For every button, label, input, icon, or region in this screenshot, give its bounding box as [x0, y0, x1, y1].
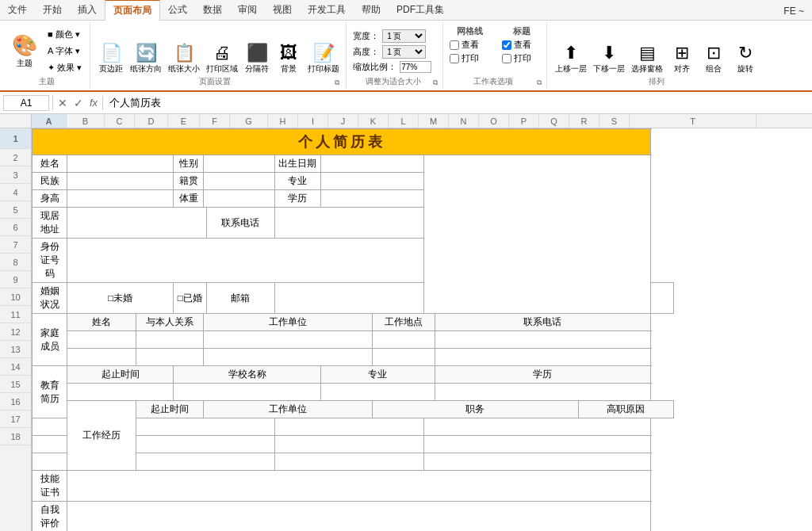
cell-edu-time-header[interactable]: 起止时间 — [67, 366, 174, 384]
cell-phone-value[interactable] — [274, 208, 423, 239]
print-area-button[interactable]: 🖨 打印区域 — [205, 41, 239, 76]
cell-family-relation-header[interactable]: 与本人关系 — [136, 314, 203, 331]
gridlines-view-checkbox[interactable] — [450, 40, 459, 50]
print-title-button[interactable]: 📝 打印标题 — [306, 41, 341, 76]
cell-education-label[interactable]: 学历 — [274, 190, 320, 208]
paper-size-button[interactable]: 📋 纸张大小 — [167, 41, 201, 76]
cell-weight-label[interactable]: 体重 — [174, 190, 204, 208]
cell-family-workplace-1[interactable] — [204, 331, 372, 349]
cell-edu-major-1[interactable] — [320, 384, 435, 401]
cell-family-name-1[interactable] — [67, 331, 136, 349]
cell-work-company-3[interactable] — [136, 453, 274, 471]
cell-work-position-header[interactable]: 职务 — [372, 401, 579, 418]
row-18-num[interactable]: 18 — [0, 428, 31, 445]
cell-family-location-1[interactable] — [372, 331, 435, 349]
col-header-p[interactable]: P — [509, 114, 539, 128]
cell-hometown-label[interactable]: 籍贯 — [174, 173, 204, 190]
background-button[interactable]: 🖼 背景 — [274, 41, 303, 76]
cell-height-label[interactable]: 身高 — [33, 190, 67, 208]
cell-work-company-header[interactable]: 工作单位 — [204, 401, 372, 418]
col-header-g[interactable]: G — [230, 114, 268, 128]
cell-edu-degree-1[interactable] — [435, 384, 650, 401]
cancel-icon[interactable]: ✕ — [56, 97, 69, 109]
col-header-m[interactable]: M — [419, 114, 449, 128]
col-header-q[interactable]: Q — [539, 114, 569, 128]
col-header-o[interactable]: O — [479, 114, 509, 128]
cell-family-phone-2[interactable] — [435, 349, 650, 366]
cell-self-eval-label[interactable]: 自我评价 — [33, 502, 67, 532]
cell-family-relation-2[interactable] — [136, 349, 203, 366]
tab-page-layout[interactable]: 页面布局 — [105, 0, 160, 21]
row-7-num[interactable]: 7 — [0, 236, 31, 254]
page-setup-expand[interactable]: ⧉ — [333, 78, 341, 87]
col-header-j[interactable]: J — [328, 114, 358, 128]
title-cell[interactable]: 个人简历表 — [33, 129, 651, 155]
headings-view-checkbox[interactable] — [502, 40, 511, 50]
col-header-i[interactable]: I — [298, 114, 328, 128]
confirm-icon[interactable]: ✓ — [72, 97, 85, 109]
page-orientation-button[interactable]: 🔄 纸张方向 — [128, 41, 163, 76]
row-16-num[interactable]: 16 — [0, 393, 31, 411]
cell-family-label[interactable]: 家庭成员 — [33, 314, 67, 366]
cell-skills-value[interactable] — [67, 471, 651, 502]
cell-email-label[interactable]: 邮箱 — [206, 283, 274, 314]
cell-skills-label[interactable]: 技能证书 — [33, 471, 67, 502]
cell-dob-label[interactable]: 出生日期 — [274, 155, 320, 173]
effects-button[interactable]: ✦ 效果 ▾ — [44, 60, 85, 75]
col-header-d[interactable]: D — [135, 114, 168, 128]
row-8-num[interactable]: 8 — [0, 254, 31, 271]
row-1-num[interactable]: 1 — [0, 128, 31, 149]
scale-expand[interactable]: ⧉ — [433, 78, 438, 87]
col-header-r[interactable]: R — [569, 114, 599, 128]
tab-start[interactable]: 开始 — [35, 0, 70, 20]
sheet-options-expand[interactable]: ⧉ — [537, 78, 542, 87]
gridlines-print-checkbox[interactable] — [450, 54, 459, 63]
cell-phone-label[interactable]: 联系电话 — [206, 208, 274, 239]
align-button[interactable]: ⊞ 对齐 — [668, 41, 696, 76]
row-6-num[interactable]: 6 — [0, 219, 31, 236]
tab-dev[interactable]: 开发工具 — [300, 0, 354, 20]
width-select[interactable]: 1 页 — [382, 29, 426, 43]
cell-work-company-1[interactable] — [136, 418, 274, 436]
col-header-s[interactable]: S — [599, 114, 630, 128]
row-15-num[interactable]: 15 — [0, 376, 31, 393]
cell-idcard-label[interactable]: 身份证号码 — [33, 239, 67, 283]
cell-work-time-header[interactable]: 起止时间 — [136, 401, 203, 418]
col-header-c[interactable]: C — [105, 114, 135, 128]
cell-reference-input[interactable] — [3, 95, 49, 111]
tab-view[interactable]: 视图 — [265, 0, 300, 20]
row-12-num[interactable]: 12 — [0, 323, 31, 341]
cell-edu-time-1[interactable] — [67, 384, 174, 401]
cell-family-location-header[interactable]: 工作地点 — [372, 314, 435, 331]
col-header-h[interactable]: H — [268, 114, 298, 128]
cell-work-position-2[interactable] — [274, 436, 423, 453]
cell-name-value[interactable] — [67, 155, 174, 173]
cell-edu-label[interactable]: 教育简历 — [33, 366, 67, 418]
row-2-num[interactable]: 2 — [0, 149, 31, 166]
cell-major-label[interactable]: 专业 — [274, 173, 320, 190]
col-header-f[interactable]: F — [200, 114, 230, 128]
cell-ethnicity-value[interactable] — [67, 173, 174, 190]
theme-big-button[interactable]: 🎨 主题 — [8, 31, 41, 71]
tab-review[interactable]: 审阅 — [230, 0, 265, 20]
cell-work-position-1[interactable] — [274, 418, 423, 436]
tab-insert[interactable]: 插入 — [70, 0, 105, 20]
cell-email-value[interactable] — [274, 283, 423, 314]
cell-family-phone-header[interactable]: 联系电话 — [435, 314, 650, 331]
cell-height-value[interactable] — [67, 190, 174, 208]
cell-work-reason-header[interactable]: 高职原因 — [579, 401, 673, 418]
cell-edu-school-1[interactable] — [174, 384, 321, 401]
cell-self-eval-value[interactable] — [67, 502, 651, 532]
col-header-a[interactable]: A — [32, 114, 67, 128]
cell-address-label[interactable]: 现居地址 — [33, 208, 67, 239]
scale-input[interactable] — [400, 61, 431, 73]
row-13-num[interactable]: 13 — [0, 341, 31, 358]
function-icon[interactable]: fx — [88, 97, 99, 109]
col-header-e[interactable]: E — [168, 114, 200, 128]
row-14-num[interactable]: 14 — [0, 358, 31, 376]
cell-work-time-3[interactable] — [33, 453, 136, 471]
cell-edu-degree-header[interactable]: 学历 — [435, 366, 650, 384]
col-header-t[interactable]: T — [630, 114, 756, 128]
cell-dob-value[interactable] — [320, 155, 423, 173]
break-button[interactable]: ⬛ 分隔符 — [243, 41, 271, 76]
